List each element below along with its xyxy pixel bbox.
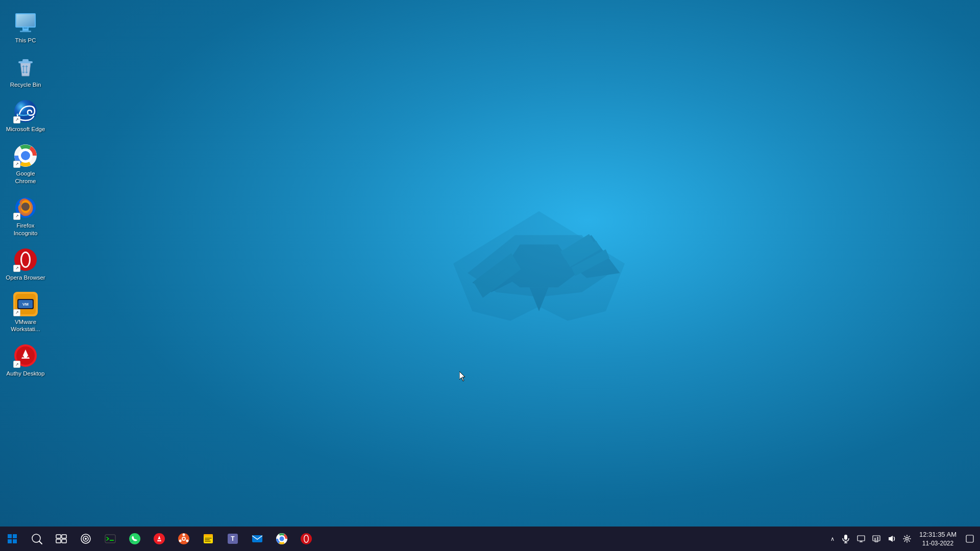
svg-point-16 <box>21 203 30 211</box>
microphone-tray-icon[interactable] <box>839 532 853 546</box>
desktop-icons-column: This PC Recycle Bin <box>0 5 51 383</box>
this-pc-icon <box>13 10 38 35</box>
ubuntu-button[interactable] <box>172 527 196 551</box>
authy-icon: ↗ <box>13 343 38 368</box>
svg-rect-7 <box>22 59 29 62</box>
clock-time: 12:31:35 AM <box>919 530 957 539</box>
svg-rect-36 <box>56 539 61 543</box>
svg-point-61 <box>280 537 284 541</box>
svg-point-40 <box>85 538 87 540</box>
shortcut-overlay-vmware: ↗ <box>13 309 20 316</box>
svg-rect-75 <box>874 538 876 540</box>
firefox-icon: ↗ <box>13 195 38 220</box>
svg-rect-78 <box>966 535 973 542</box>
svg-line-33 <box>39 541 42 544</box>
svg-rect-29 <box>13 534 17 538</box>
firefox-label: Firefox Incognito <box>6 222 45 237</box>
svg-point-12 <box>22 152 29 159</box>
shortcut-overlay: ↗ <box>13 116 20 123</box>
svg-rect-52 <box>204 534 213 537</box>
teams-button[interactable]: T <box>220 527 245 551</box>
chrome-taskbar-button[interactable] <box>270 527 294 551</box>
authy-label: Authy Desktop <box>7 370 45 378</box>
microsoft-edge-icon: ↗ <box>13 99 38 123</box>
svg-text:T: T <box>231 535 235 542</box>
desktop-icon-opera[interactable]: ↗ Opera Browser <box>3 243 48 286</box>
opera-label: Opera Browser <box>6 274 45 282</box>
svg-rect-31 <box>13 539 17 543</box>
svg-rect-2 <box>16 14 35 27</box>
start-button[interactable] <box>0 527 24 551</box>
svg-rect-54 <box>205 539 210 540</box>
task-view-button[interactable] <box>49 527 74 551</box>
this-pc-label: This PC <box>15 37 36 44</box>
shortcut-overlay-opera: ↗ <box>13 265 20 272</box>
svg-point-50 <box>183 538 185 540</box>
svg-text:VM: VM <box>22 302 29 307</box>
desktop-icon-authy[interactable]: ↗ Authy Desktop <box>3 339 48 382</box>
desktop-icon-this-pc[interactable]: This PC <box>3 6 48 48</box>
taskbar-clock[interactable]: 12:31:35 AM 11-03-2022 <box>915 527 961 551</box>
desktop-icon-recycle-bin[interactable]: Recycle Bin <box>3 51 48 93</box>
network-tray-icon[interactable] <box>869 532 884 546</box>
svg-rect-53 <box>205 538 212 539</box>
svg-rect-71 <box>873 536 880 541</box>
authy-taskbar-button[interactable] <box>147 527 172 551</box>
desktop-icon-vmware[interactable]: VM ↗ VMware Workstati... <box>3 288 48 338</box>
svg-rect-5 <box>23 28 28 29</box>
google-chrome-icon: ↗ <box>13 143 38 168</box>
taskbar: T <box>0 527 980 551</box>
shortcut-overlay-authy: ↗ <box>13 361 20 368</box>
svg-point-27 <box>23 354 28 358</box>
mail-button[interactable] <box>245 527 270 551</box>
svg-rect-76 <box>877 537 878 540</box>
cortana-button[interactable] <box>74 527 98 551</box>
svg-point-47 <box>183 534 185 536</box>
svg-rect-28 <box>8 534 12 538</box>
recycle-bin-icon <box>13 55 38 79</box>
desktop: This PC Recycle Bin <box>0 0 980 551</box>
vmware-icon: VM ↗ <box>13 292 38 316</box>
notification-center-button[interactable] <box>962 527 978 551</box>
desktop-icon-google-chrome[interactable]: ↗ Google Chrome <box>3 139 48 189</box>
desktop-icon-microsoft-edge[interactable]: ↗ Microsoft Edge <box>3 95 48 137</box>
svg-point-19 <box>22 253 29 266</box>
svg-point-43 <box>129 533 140 544</box>
svg-point-48 <box>179 540 182 542</box>
system-tray: ∧ <box>827 527 980 551</box>
svg-rect-55 <box>205 541 211 542</box>
recycle-bin-label: Recycle Bin <box>10 81 41 89</box>
desktop-icon-firefox[interactable]: ↗ Firefox Incognito <box>3 191 48 241</box>
show-hidden-icons-button[interactable]: ∧ <box>827 532 838 546</box>
svg-rect-68 <box>857 536 865 541</box>
svg-rect-41 <box>105 535 115 543</box>
whatsapp-button[interactable] <box>122 527 147 551</box>
search-button[interactable] <box>24 527 49 551</box>
sound-tray-icon[interactable] <box>885 532 899 546</box>
settings-tray-icon[interactable] <box>900 532 914 546</box>
clock-date: 11-03-2022 <box>922 539 953 548</box>
google-chrome-label: Google Chrome <box>6 170 45 185</box>
svg-rect-37 <box>62 539 66 543</box>
vmware-label: VMware Workstati... <box>6 318 45 334</box>
sticky-notes-button[interactable] <box>196 527 220 551</box>
svg-rect-4 <box>20 31 31 32</box>
svg-rect-34 <box>56 535 61 538</box>
shortcut-overlay-chrome: ↗ <box>13 161 20 168</box>
rog-logo <box>442 197 636 340</box>
svg-point-77 <box>906 538 909 540</box>
microsoft-edge-label: Microsoft Edge <box>6 126 45 133</box>
terminal-button[interactable] <box>98 527 122 551</box>
opera-icon: ↗ <box>13 247 38 272</box>
opera-taskbar-button[interactable] <box>294 527 318 551</box>
remote-desktop-tray-icon[interactable] <box>854 532 868 546</box>
svg-point-64 <box>305 536 308 542</box>
svg-rect-35 <box>62 535 66 538</box>
svg-rect-30 <box>8 539 12 543</box>
svg-point-49 <box>186 540 188 542</box>
mouse-cursor <box>459 371 465 381</box>
svg-rect-58 <box>252 535 262 542</box>
svg-rect-65 <box>844 535 847 540</box>
shortcut-overlay-firefox: ↗ <box>13 213 20 220</box>
